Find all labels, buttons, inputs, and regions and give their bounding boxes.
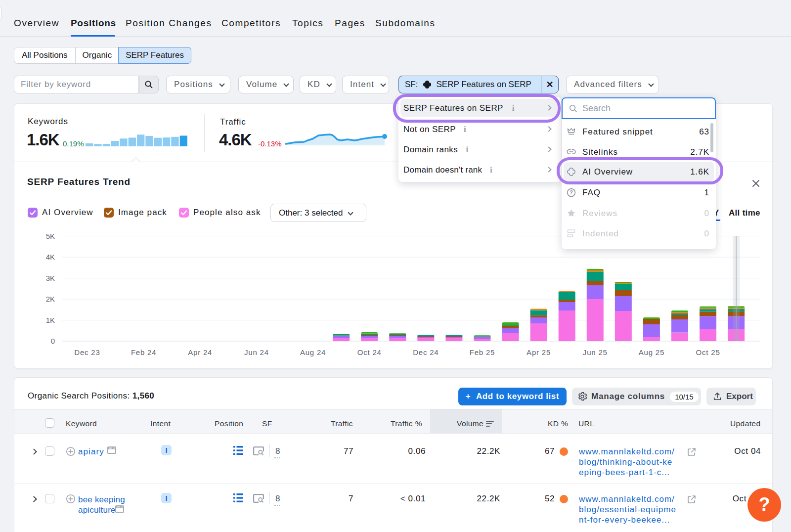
svg-text:1K: 1K xyxy=(46,316,55,324)
svg-text:5K: 5K xyxy=(46,232,55,240)
svg-text:Oct 24: Oct 24 xyxy=(357,348,382,356)
svg-text:Dec 24: Dec 24 xyxy=(413,348,439,356)
svg-text:3K: 3K xyxy=(46,274,55,282)
svg-text:Feb 24: Feb 24 xyxy=(131,348,157,356)
svg-text:Apr 24: Apr 24 xyxy=(188,348,212,356)
svg-text:Apr 25: Apr 25 xyxy=(527,348,551,356)
svg-text:0: 0 xyxy=(51,337,55,345)
svg-text:Jun 25: Jun 25 xyxy=(583,348,608,356)
svg-text:Oct 25: Oct 25 xyxy=(696,348,720,356)
svg-text:4K: 4K xyxy=(46,253,55,261)
svg-text:Dec 23: Dec 23 xyxy=(74,348,100,356)
svg-text:2K: 2K xyxy=(46,295,55,303)
svg-text:Jun 24: Jun 24 xyxy=(244,348,269,356)
svg-text:Feb 25: Feb 25 xyxy=(470,348,495,356)
svg-text:Aug 24: Aug 24 xyxy=(300,348,326,356)
svg-text:?: ? xyxy=(570,189,573,195)
svg-text:Aug 25: Aug 25 xyxy=(639,348,664,356)
